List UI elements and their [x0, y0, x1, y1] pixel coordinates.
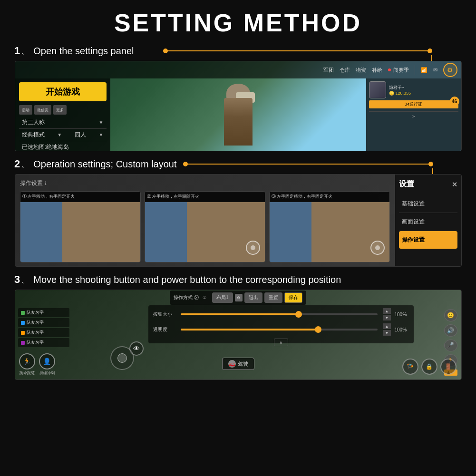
team-color-icon-3: [21, 331, 25, 335]
opacity-label: 透明度: [153, 326, 177, 333]
charge-icon[interactable]: 👤: [39, 353, 55, 369]
nav-arrow: »: [369, 111, 458, 119]
team-color-icon-4: [21, 341, 25, 345]
size-value: 100%: [395, 312, 409, 317]
page-title: SETTING METHOD: [14, 9, 462, 37]
step-1-dot-end: [427, 49, 432, 53]
joystick[interactable]: [110, 346, 134, 370]
layout-card-2-bg: [145, 202, 265, 262]
layout-bg-tan-1: [62, 202, 140, 262]
topbar-item-4: 补给: [372, 67, 382, 74]
step-1-header: 1 、 Open the settings panel: [14, 45, 462, 57]
team-member-2: 队友名字: [18, 318, 69, 327]
layout-exit-btn[interactable]: 退出: [244, 292, 262, 303]
team-member-3: 队友名字: [18, 328, 69, 337]
settings-circle[interactable]: ⚙: [443, 63, 457, 77]
lock-btn-group: 🔒: [421, 359, 437, 375]
drive-icon: 🚗: [228, 360, 236, 368]
step-1-sep: 、: [21, 45, 29, 57]
layout-bg-blue-3: [270, 202, 311, 262]
map-item: 已选地图:绝地海岛: [19, 141, 107, 151]
quick-icons: 启动 微信竞 更多: [19, 105, 107, 115]
jump-btn-group: 🏃 跳伞跟随: [19, 353, 35, 376]
signal-icon: 📶: [421, 67, 427, 73]
settings-panel: 设置 ✕ 基础设置 画面设置 操作设置: [395, 175, 461, 266]
main-container: SETTING METHOD 1 、 Open the settings pan…: [0, 0, 476, 476]
layout-card-2[interactable]: ② 左手移动，右手跟随开火: [145, 191, 265, 262]
layout-name-btn[interactable]: 布局1: [212, 292, 233, 303]
screenshot-2: 操作设置 ℹ ① 左手移动，右手固定开火: [15, 174, 462, 267]
screenshot-3: 操作方式 ② ② 布局1 ⚙ 退出 重置 保存 队友名字: [15, 290, 462, 380]
layout-save-btn[interactable]: 保存: [284, 292, 302, 303]
level-badge: 46: [450, 97, 459, 106]
expand-btn[interactable]: ∧: [274, 339, 288, 346]
layout-card-1[interactable]: ① 左手移动，右手固定开火: [20, 191, 141, 262]
layout-card-2-header: ② 左手移动，右手跟随开火: [145, 192, 265, 202]
parachute-icon[interactable]: 🪂: [402, 359, 418, 375]
lock-icon[interactable]: 🔒: [421, 359, 437, 375]
layout-bg-blue-2: [145, 202, 187, 262]
layout-joystick-2: [246, 241, 260, 255]
start-game-btn[interactable]: 开始游戏: [19, 82, 107, 101]
screenshot-1: 军团 仓库 物资 补给 闯赛季 📶 ✉ ⚙: [15, 61, 462, 151]
size-up-btn[interactable]: ▲: [383, 308, 391, 314]
opacity-slider[interactable]: [181, 329, 378, 330]
settings-basic[interactable]: 基础设置: [399, 195, 457, 213]
pass-badge: 34通行证: [369, 100, 458, 108]
opacity-up-btn[interactable]: ▲: [383, 323, 391, 329]
size-slider-fill: [181, 313, 299, 315]
team-member-4: 队友名字: [18, 338, 69, 347]
chevron-icon: ▼: [99, 120, 104, 125]
step-3-header: 3 、 Move the shooting button and power b…: [14, 273, 462, 286]
charge-btn-group: 👤 持续冲刺: [39, 353, 55, 376]
perspective-menu[interactable]: 第三人称 ▼: [19, 117, 107, 129]
exit-btn-group: 🚪: [440, 359, 457, 375]
layout-card-1-bg: [20, 202, 140, 262]
opacity-slider-thumb: [315, 326, 321, 333]
game-right-panel: 隐君子~ 🪙 128,355 46 34通行证 »: [366, 78, 461, 151]
layout-options: ① 左手移动，右手固定开火 ② 左手移动，右手跟随开火: [20, 191, 390, 262]
layout-gear-icon[interactable]: ⚙: [235, 294, 243, 301]
jump-label: 跳伞跟随: [19, 370, 35, 376]
topbar-item-5: 闯赛季: [388, 67, 409, 74]
layout-reset-btn[interactable]: 重置: [264, 292, 282, 303]
exit-icon[interactable]: 🚪: [440, 359, 457, 375]
layout-topbar: 操作方式 ② ② 布局1 ⚙ 退出 重置 保存: [15, 290, 461, 305]
settings-close-btn[interactable]: ✕: [452, 181, 457, 188]
step-1-number: 1: [14, 45, 20, 57]
settings-operation[interactable]: 操作设置: [399, 231, 457, 249]
layout-card-3-bg: [270, 202, 389, 262]
right-icon-mic[interactable]: 🎤: [444, 340, 457, 352]
game-character: [110, 78, 366, 151]
right-icon-sound[interactable]: 🔊: [444, 324, 457, 337]
mode-menu[interactable]: 经典模式 ▼ 四人 ▼: [19, 129, 107, 141]
game-topbar: 军团 仓库 物资 补给 闯赛季 📶 ✉ ⚙: [15, 61, 461, 78]
jump-icon[interactable]: 🏃: [19, 353, 35, 369]
right-icon-face[interactable]: 😐: [444, 309, 457, 321]
drive-btn[interactable]: 🚗 驾驶: [222, 358, 254, 370]
opacity-down-btn[interactable]: ▼: [383, 330, 391, 336]
op-panel-title: 操作设置 ℹ: [20, 179, 390, 187]
team-color-icon-2: [21, 321, 25, 325]
expand-row: ∧: [153, 339, 409, 346]
size-slider[interactable]: [181, 313, 378, 315]
player-name: 隐君子~: [389, 85, 411, 91]
step-2-text: Operation settings; Custom layout: [33, 158, 176, 170]
operation-panel: 操作设置 ℹ ① 左手移动，右手固定开火: [15, 175, 395, 266]
step-1-connector-h: [165, 50, 432, 51]
mail-icon: ✉: [433, 67, 437, 73]
player-info: 隐君子~ 🪙 128,355 46: [369, 81, 458, 98]
layout-card-3[interactable]: ③ 左手固定移动，右手固定开火: [269, 191, 390, 262]
layout-mode-icon: ②: [203, 295, 206, 300]
coin-icon: 🪙: [389, 91, 394, 96]
settings-display[interactable]: 画面设置: [399, 213, 457, 231]
step-1-text: Open the settings panel: [33, 45, 134, 57]
size-down-btn[interactable]: ▼: [383, 315, 391, 321]
size-arrows: ▲ ▼: [383, 308, 391, 321]
topbar-item-2: 仓库: [340, 67, 350, 74]
layout-card-3-header: ③ 左手固定移动，右手固定开火: [270, 192, 389, 202]
topbar-item-1: 军团: [323, 67, 334, 74]
team-color-icon-1: [21, 311, 25, 315]
character-figure: [219, 84, 257, 146]
quick-icon-2: 微信竞: [34, 105, 51, 115]
